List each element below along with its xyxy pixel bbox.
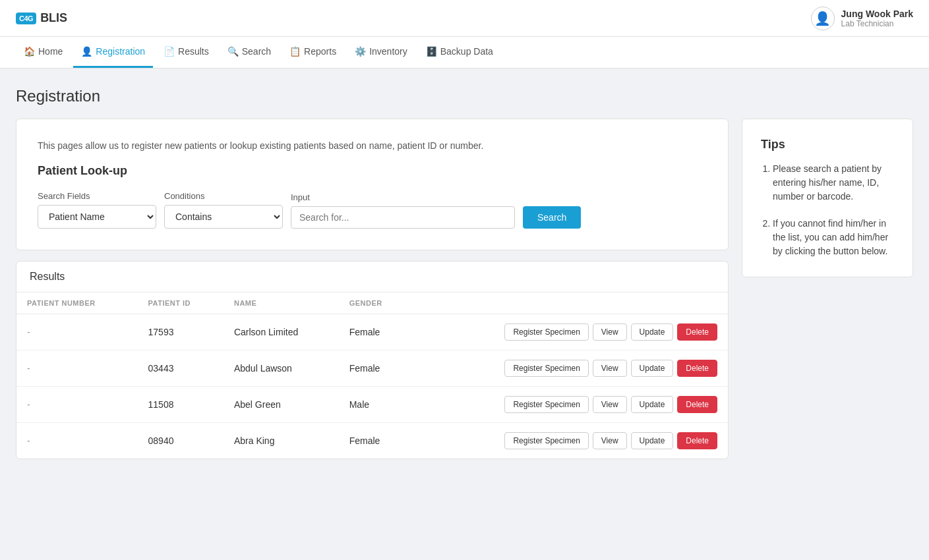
view-button[interactable]: View xyxy=(593,396,627,413)
table-head: PATIENT NUMBER PATIENT ID NAME GENDER xyxy=(16,293,728,314)
nav-item-search-label: Search xyxy=(242,46,271,57)
table-row: - 03443 Abdul Lawson Female Register Spe… xyxy=(16,350,728,387)
results-icon: 📄 xyxy=(164,46,175,57)
reports-icon: 📋 xyxy=(289,46,301,57)
results-header: Results xyxy=(16,262,728,293)
register-specimen-button[interactable]: Register Specimen xyxy=(504,360,588,377)
register-specimen-button[interactable]: Register Specimen xyxy=(504,432,588,449)
header: C4G BLIS 👤 Jung Wook Park Lab Technician xyxy=(0,0,929,37)
tip-item: If you cannot find him/her in the list, … xyxy=(773,217,894,258)
user-name: Jung Wook Park xyxy=(841,9,913,19)
registration-icon: 👤 xyxy=(81,46,92,57)
cell-patient-id: 11508 xyxy=(138,387,224,423)
cell-patient-number: - xyxy=(16,314,138,350)
nav-item-results-label: Results xyxy=(178,46,209,57)
conditions-label: Conditions xyxy=(164,191,283,201)
search-fields-label: Search Fields xyxy=(38,191,156,201)
cell-actions: Register Specimen View Update Delete xyxy=(412,350,728,387)
col-gender: GENDER xyxy=(339,293,412,314)
avatar: 👤 xyxy=(811,7,835,30)
conditions-group: Conditions Contains xyxy=(164,191,283,229)
lookup-card: This pages allow us to register new pati… xyxy=(16,119,729,250)
cell-actions: Register Specimen View Update Delete xyxy=(412,387,728,423)
cell-patient-number: - xyxy=(16,387,138,423)
table-row: - 08940 Abra King Female Register Specim… xyxy=(16,423,728,459)
nav-item-home[interactable]: 🏠 Home xyxy=(16,37,71,68)
tips-title: Tips xyxy=(761,138,894,152)
view-button[interactable]: View xyxy=(593,360,627,377)
cell-patient-id: 08940 xyxy=(138,423,224,459)
search-button[interactable]: Search xyxy=(523,206,581,229)
delete-button[interactable]: Delete xyxy=(677,396,717,413)
nav-item-reports-label: Reports xyxy=(304,46,336,57)
cell-name: Abra King xyxy=(224,423,339,459)
view-button[interactable]: View xyxy=(593,432,627,449)
nav-item-search[interactable]: 🔍 Search xyxy=(220,37,279,68)
cell-gender: Female xyxy=(339,350,412,387)
cell-patient-id: 17593 xyxy=(138,314,224,350)
cell-actions: Register Specimen View Update Delete xyxy=(412,423,728,459)
delete-button[interactable]: Delete xyxy=(677,323,717,341)
patient-lookup-title: Patient Look-up xyxy=(38,164,707,178)
nav-item-registration-label: Registration xyxy=(96,46,145,57)
cell-gender: Male xyxy=(339,387,412,423)
nav-item-registration[interactable]: 👤 Registration xyxy=(73,37,153,68)
input-label: Input xyxy=(291,192,515,202)
conditions-select[interactable]: Contains xyxy=(164,205,283,229)
cell-gender: Female xyxy=(339,314,412,350)
search-input[interactable] xyxy=(291,206,515,229)
update-button[interactable]: Update xyxy=(631,432,674,449)
search-fields-select[interactable]: Patient Name xyxy=(38,205,156,229)
cell-name: Abdul Lawson xyxy=(224,350,339,387)
tips-list: Please search a patient by entering his/… xyxy=(761,162,894,258)
results-card: Results PATIENT NUMBER PATIENT ID NAME G… xyxy=(16,261,729,459)
logo: C4G BLIS xyxy=(16,11,67,25)
nav-item-home-label: Home xyxy=(38,46,63,57)
cell-name: Carlson Limited xyxy=(224,314,339,350)
col-actions xyxy=(412,293,728,314)
nav-item-backup-data[interactable]: 🗄️ Backup Data xyxy=(418,37,501,68)
search-fields-group: Search Fields Patient Name xyxy=(38,191,156,229)
main-layout: This pages allow us to register new pati… xyxy=(16,119,913,459)
col-name: NAME xyxy=(224,293,339,314)
cell-name: Abel Green xyxy=(224,387,339,423)
col-patient-number: PATIENT NUMBER xyxy=(16,293,138,314)
logo-name: BLIS xyxy=(40,11,67,25)
nav-item-results[interactable]: 📄 Results xyxy=(156,37,217,68)
main-nav: 🏠 Home 👤 Registration 📄 Results 🔍 Search… xyxy=(0,37,929,69)
lookup-description: This pages allow us to register new pati… xyxy=(38,140,707,151)
view-button[interactable]: View xyxy=(593,323,627,341)
user-info: 👤 Jung Wook Park Lab Technician xyxy=(811,7,913,30)
register-specimen-button[interactable]: Register Specimen xyxy=(504,323,588,341)
tips-card: Tips Please search a patient by entering… xyxy=(742,119,913,277)
backup-icon: 🗄️ xyxy=(426,46,437,57)
update-button[interactable]: Update xyxy=(631,396,674,413)
table-body: - 17593 Carlson Limited Female Register … xyxy=(16,314,728,459)
update-button[interactable]: Update xyxy=(631,323,674,341)
col-patient-id: PATIENT ID xyxy=(138,293,224,314)
table-row: - 17593 Carlson Limited Female Register … xyxy=(16,314,728,350)
search-nav-icon: 🔍 xyxy=(227,46,239,57)
left-panel: This pages allow us to register new pati… xyxy=(16,119,729,459)
table-row: - 11508 Abel Green Male Register Specime… xyxy=(16,387,728,423)
home-icon: 🏠 xyxy=(24,46,35,57)
register-specimen-button[interactable]: Register Specimen xyxy=(504,396,588,413)
inventory-icon: ⚙️ xyxy=(355,46,366,57)
search-row: Search Fields Patient Name Conditions Co… xyxy=(38,191,707,229)
delete-button[interactable]: Delete xyxy=(677,432,717,449)
cell-gender: Female xyxy=(339,423,412,459)
cell-patient-id: 03443 xyxy=(138,350,224,387)
results-table: PATIENT NUMBER PATIENT ID NAME GENDER - … xyxy=(16,293,728,459)
input-group: Input xyxy=(291,192,515,229)
nav-item-inventory[interactable]: ⚙️ Inventory xyxy=(347,37,415,68)
delete-button[interactable]: Delete xyxy=(677,360,717,377)
cell-patient-number: - xyxy=(16,423,138,459)
main-content: Registration This pages allow us to regi… xyxy=(0,69,929,478)
nav-item-inventory-label: Inventory xyxy=(369,46,407,57)
user-role: Lab Technician xyxy=(841,19,913,28)
nav-item-reports[interactable]: 📋 Reports xyxy=(282,37,344,68)
update-button[interactable]: Update xyxy=(631,360,674,377)
tip-item: Please search a patient by entering his/… xyxy=(773,162,894,204)
page-title: Registration xyxy=(16,87,913,105)
cell-patient-number: - xyxy=(16,350,138,387)
